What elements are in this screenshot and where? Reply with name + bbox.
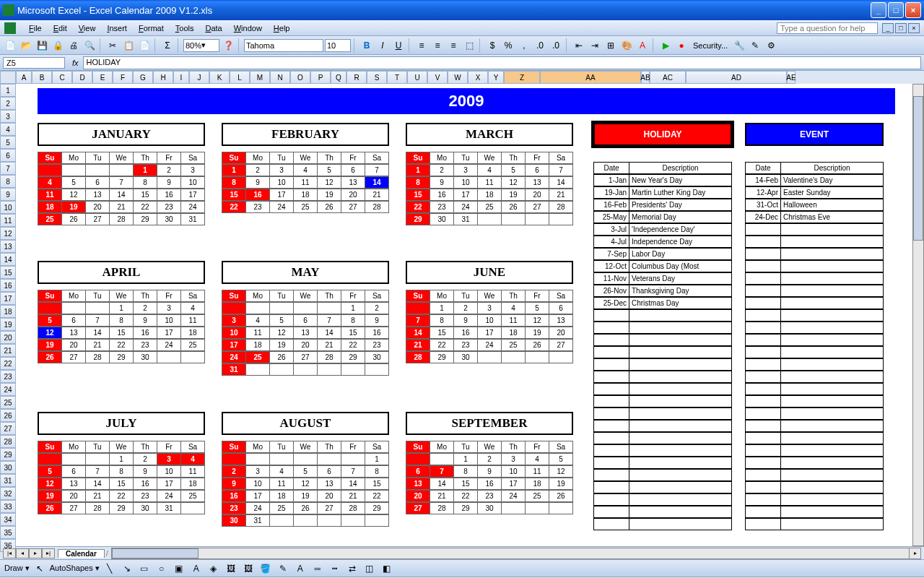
table-row[interactable] <box>593 358 732 371</box>
row-header[interactable]: 23 <box>0 370 16 383</box>
row-header[interactable]: 2 <box>0 97 16 110</box>
date-cell[interactable]: 12 <box>294 478 318 490</box>
table-row[interactable] <box>745 309 884 322</box>
date-cell[interactable]: 7 <box>430 465 454 478</box>
textbox-icon[interactable]: ▣ <box>172 561 186 576</box>
row-header[interactable]: 35 <box>0 526 16 539</box>
save-icon[interactable]: 💾 <box>35 38 49 53</box>
date-cell[interactable]: 30 <box>454 351 478 363</box>
date-cell[interactable]: 10 <box>454 176 478 189</box>
date-cell[interactable]: 27 <box>86 213 110 225</box>
date-cell[interactable]: 7 <box>341 465 365 478</box>
date-cell[interactable]: 15 <box>430 327 454 339</box>
table-row[interactable]: 25-MayMemorial Day <box>593 211 732 223</box>
date-cell[interactable]: 20 <box>294 339 318 351</box>
date-cell[interactable]: 2 <box>246 164 270 176</box>
table-row[interactable] <box>593 371 732 383</box>
date-cell[interactable]: 3 <box>478 302 502 314</box>
col-header[interactable]: R <box>346 71 367 84</box>
date-cell[interactable] <box>341 453 365 465</box>
date-cell[interactable]: 25 <box>181 339 205 351</box>
row-header[interactable]: 28 <box>0 435 16 448</box>
date-cell[interactable]: 17 <box>157 327 181 339</box>
doc-restore-button[interactable]: □ <box>895 23 907 33</box>
date-cell[interactable]: 12 <box>38 478 62 490</box>
date-cell[interactable]: 28 <box>430 502 454 514</box>
table-row[interactable] <box>745 285 884 297</box>
date-cell[interactable] <box>406 302 430 314</box>
inc-indent-icon[interactable]: ⇥ <box>588 38 602 53</box>
table-row[interactable] <box>593 346 732 358</box>
date-cell[interactable] <box>526 351 549 363</box>
date-cell[interactable]: 11 <box>38 189 62 201</box>
italic-icon[interactable]: I <box>375 38 390 53</box>
row-header[interactable]: 10 <box>0 201 16 214</box>
date-cell[interactable]: 8 <box>110 465 134 478</box>
date-cell[interactable]: 15 <box>134 189 157 201</box>
date-cell[interactable]: 15 <box>365 478 389 490</box>
table-row[interactable] <box>745 223 884 236</box>
date-cell[interactable]: 16 <box>134 478 157 490</box>
date-cell[interactable]: 25 <box>38 213 62 225</box>
date-cell[interactable]: 7 <box>318 314 341 327</box>
date-cell[interactable]: 10 <box>222 327 246 339</box>
date-cell[interactable]: 27 <box>62 351 86 363</box>
row-header[interactable]: 15 <box>0 266 16 279</box>
date-cell[interactable]: 14 <box>318 327 341 339</box>
dec-decimal-icon[interactable]: .0 <box>549 38 563 53</box>
col-header[interactable]: H <box>153 71 173 84</box>
date-cell[interactable]: 23 <box>246 201 270 213</box>
row-header[interactable]: 27 <box>0 422 16 435</box>
3d-icon[interactable]: ◧ <box>380 561 394 576</box>
date-cell[interactable]: 9 <box>222 478 246 490</box>
date-cell[interactable]: 2 <box>454 302 478 314</box>
date-cell[interactable]: 15 <box>222 189 246 201</box>
merge-icon[interactable]: ⬚ <box>462 38 476 53</box>
date-cell[interactable]: 7 <box>365 164 389 176</box>
date-cell[interactable]: 24 <box>454 201 478 213</box>
row-header[interactable]: 4 <box>0 123 16 136</box>
date-cell[interactable]: 21 <box>406 339 430 351</box>
date-cell[interactable] <box>222 302 246 314</box>
date-cell[interactable]: 31 <box>454 213 478 225</box>
row-header[interactable]: 22 <box>0 357 16 370</box>
comma-icon[interactable]: , <box>517 38 531 53</box>
date-cell[interactable]: 8 <box>406 176 430 189</box>
row-header[interactable]: 30 <box>0 461 16 474</box>
date-cell[interactable]: 9 <box>157 176 181 189</box>
row-header[interactable]: 18 <box>0 305 16 318</box>
date-cell[interactable]: 8 <box>341 314 365 327</box>
date-cell[interactable]: 9 <box>134 314 157 327</box>
col-header[interactable]: AA <box>540 71 641 84</box>
date-cell[interactable] <box>86 453 110 465</box>
date-cell[interactable]: 27 <box>341 201 365 213</box>
date-cell[interactable]: 11 <box>502 314 526 327</box>
date-cell[interactable]: 25 <box>270 502 294 514</box>
date-cell[interactable]: 31 <box>222 363 246 376</box>
date-cell[interactable]: 19 <box>270 339 294 351</box>
menu-tools[interactable]: Tools <box>170 22 200 34</box>
vertical-scrollbar[interactable] <box>912 84 924 546</box>
date-cell[interactable]: 13 <box>549 314 573 327</box>
row-header[interactable]: 17 <box>0 292 16 305</box>
date-cell[interactable]: 22 <box>110 490 134 502</box>
date-cell[interactable]: 5 <box>62 176 86 189</box>
date-cell[interactable]: 2 <box>365 302 389 314</box>
table-row[interactable] <box>745 236 884 248</box>
date-cell[interactable]: 6 <box>62 465 86 478</box>
date-cell[interactable] <box>365 514 389 527</box>
table-row[interactable] <box>745 334 884 346</box>
col-header[interactable]: P <box>310 71 331 84</box>
wordart-icon[interactable]: A <box>189 561 204 576</box>
date-cell[interactable]: 23 <box>478 490 502 502</box>
col-header[interactable]: V <box>427 71 448 84</box>
date-cell[interactable]: 14 <box>406 327 430 339</box>
date-cell[interactable]: 5 <box>502 164 526 176</box>
align-right-icon[interactable]: ≡ <box>446 38 461 53</box>
borders-icon[interactable]: ⊞ <box>603 38 618 53</box>
date-cell[interactable]: 1 <box>406 164 430 176</box>
table-row[interactable] <box>593 407 732 420</box>
menu-format[interactable]: Format <box>133 22 170 34</box>
date-cell[interactable]: 16 <box>246 189 270 201</box>
date-cell[interactable] <box>526 213 549 225</box>
